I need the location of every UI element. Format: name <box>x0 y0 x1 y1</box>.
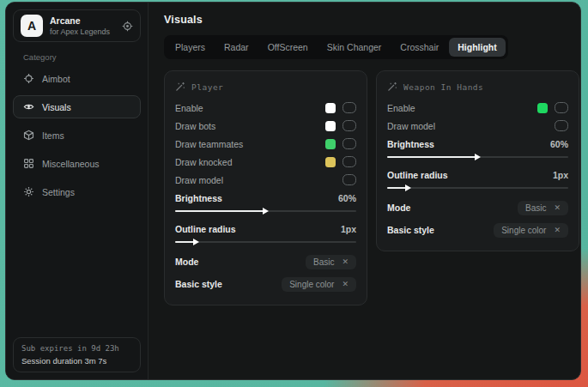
panel-header: Player <box>175 82 356 92</box>
tag-row-mode: ModeBasic✕ <box>387 197 568 219</box>
setting-label: Draw model <box>175 175 223 185</box>
slider-value: 60% <box>338 193 356 203</box>
slider-outline-radius[interactable] <box>175 238 356 246</box>
tag-single-color[interactable]: Single color✕ <box>494 223 568 238</box>
tab-crosshair[interactable]: Crosshair <box>391 38 447 57</box>
setting-controls <box>325 120 356 131</box>
tab-skin-changer[interactable]: Skin Changer <box>318 38 391 57</box>
setting-row-enable: Enable <box>175 99 356 117</box>
setting-row-draw-teammates: Draw teammates <box>175 135 356 153</box>
color-swatch[interactable] <box>325 157 336 167</box>
slider-thumb[interactable] <box>475 154 481 160</box>
crosshair-icon <box>23 73 34 84</box>
sidebar-item-aimbot[interactable]: Aimbot <box>13 67 141 90</box>
tag-row-label: Basic style <box>387 225 434 235</box>
remove-icon[interactable]: ✕ <box>342 258 349 266</box>
checkbox[interactable] <box>342 174 356 185</box>
setting-controls <box>325 138 356 149</box>
sidebar-item-label: Miscellaneous <box>42 159 100 169</box>
slider-thumb[interactable] <box>405 184 411 191</box>
tag-row-basic-style: Basic styleSingle color✕ <box>387 219 568 241</box>
remove-icon[interactable]: ✕ <box>554 204 561 212</box>
sub-expiry-text: Sub expires in 9d 23h <box>21 344 132 353</box>
slider-row-brightness: Brightness60% <box>175 189 356 207</box>
tag-label: Single color <box>289 280 334 289</box>
slider-track <box>175 241 356 243</box>
app-name: Arcane <box>50 15 110 26</box>
sidebar-item-label: Visuals <box>42 102 71 112</box>
slider-label: Outline radius <box>175 224 236 234</box>
tab-highlight[interactable]: Highlight <box>449 38 506 57</box>
slider-track <box>387 187 568 189</box>
setting-row-draw-model: Draw model <box>175 171 356 189</box>
slider-thumb[interactable] <box>263 208 269 215</box>
checkbox[interactable] <box>342 156 356 167</box>
color-swatch[interactable] <box>537 103 548 113</box>
slider-value: 1px <box>341 224 356 234</box>
panels-container: PlayerEnableDraw botsDraw teammatesDraw … <box>164 70 579 305</box>
setting-label: Draw knocked <box>175 157 233 167</box>
tag-label: Basic <box>313 257 334 267</box>
tab-players[interactable]: Players <box>167 38 214 57</box>
slider-label: Brightness <box>175 193 222 203</box>
tag-basic[interactable]: Basic✕ <box>306 255 356 269</box>
setting-controls <box>342 174 356 185</box>
remove-icon[interactable]: ✕ <box>554 227 561 234</box>
slider-value: 60% <box>550 139 568 149</box>
main-content: Visuals PlayersRadarOffScreenSkin Change… <box>149 3 581 379</box>
slider-thumb[interactable] <box>193 239 199 245</box>
tab-bar: PlayersRadarOffScreenSkin ChangerCrossha… <box>164 35 508 59</box>
tab-radar[interactable]: Radar <box>215 38 258 57</box>
sidebar-item-label: Settings <box>42 187 75 197</box>
setting-label: Draw bots <box>175 121 215 131</box>
tag-label: Basic <box>525 203 546 213</box>
slider-brightness[interactable] <box>387 153 568 161</box>
setting-row-draw-bots: Draw bots <box>175 117 356 135</box>
tag-basic[interactable]: Basic✕ <box>518 201 568 215</box>
session-duration-text: Session duration 3m 7s <box>21 356 132 366</box>
target-icon[interactable] <box>122 21 133 32</box>
setting-label: Draw model <box>387 121 435 131</box>
slider-row-brightness: Brightness60% <box>387 135 568 153</box>
panel-title: Weapon In Hands <box>403 82 483 92</box>
slider-value: 1px <box>553 170 568 180</box>
setting-row-draw-model: Draw model <box>387 117 568 135</box>
checkbox[interactable] <box>555 120 568 131</box>
checkbox[interactable] <box>555 102 568 113</box>
setting-label: Enable <box>175 103 203 113</box>
tab-offscreen[interactable]: OffScreen <box>259 38 317 57</box>
grid-icon <box>23 158 34 169</box>
wand-icon <box>175 82 185 92</box>
subscription-card: Sub expires in 9d 23h Session duration 3… <box>13 337 141 372</box>
panel-title: Player <box>191 82 223 92</box>
wand-icon <box>387 82 397 92</box>
setting-controls <box>537 102 568 113</box>
color-swatch[interactable] <box>325 139 336 149</box>
setting-row-draw-knocked: Draw knocked <box>175 153 356 171</box>
slider-fill <box>175 210 266 212</box>
color-swatch[interactable] <box>325 121 336 131</box>
checkbox[interactable] <box>342 120 356 131</box>
tag-row-label: Mode <box>175 257 198 267</box>
sidebar-item-settings[interactable]: Settings <box>13 180 141 203</box>
sidebar-nav: AimbotVisualsItemsMiscellaneousSettings <box>6 64 148 206</box>
tag-row-basic-style: Basic styleSingle color✕ <box>175 273 356 295</box>
slider-fill <box>387 156 478 158</box>
slider-outline-radius[interactable] <box>387 184 568 192</box>
checkbox[interactable] <box>342 138 356 149</box>
sidebar-item-visuals[interactable]: Visuals <box>13 95 141 118</box>
checkbox[interactable] <box>342 102 356 113</box>
slider-brightness[interactable] <box>175 207 356 215</box>
box-icon <box>23 130 34 141</box>
panel-header: Weapon In Hands <box>387 82 568 92</box>
setting-label: Draw teammates <box>175 139 243 149</box>
sidebar-item-items[interactable]: Items <box>13 124 141 147</box>
tag-single-color[interactable]: Single color✕ <box>282 277 356 292</box>
app-logo: A <box>21 15 43 37</box>
slider-label: Brightness <box>387 139 434 149</box>
color-swatch[interactable] <box>325 103 336 113</box>
tag-row-label: Mode <box>387 203 410 213</box>
setting-row-enable: Enable <box>387 99 568 117</box>
sidebar-item-miscellaneous[interactable]: Miscellaneous <box>13 152 141 175</box>
remove-icon[interactable]: ✕ <box>342 281 349 288</box>
